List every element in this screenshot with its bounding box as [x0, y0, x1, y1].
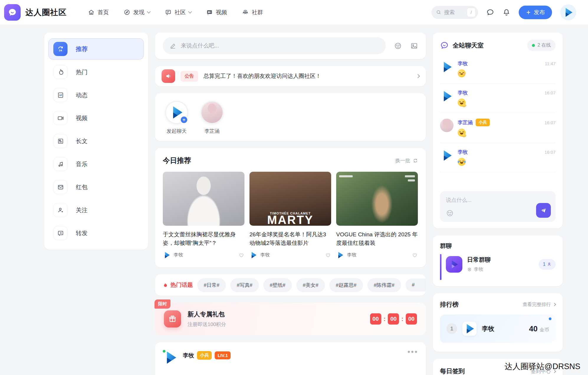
image-upload-icon[interactable]: [410, 42, 418, 50]
nav-discover[interactable]: 发现: [124, 9, 150, 16]
topic-tag[interactable]: #日常#: [197, 278, 226, 292]
recommend-card[interactable]: 于文文蕾丝抹胸裙尽显优雅身姿，却被嘲“胸太平”？ 李牧: [163, 172, 244, 259]
rank-score: 40 金币: [529, 324, 549, 333]
message-avatar[interactable]: [440, 60, 454, 74]
send-message-button[interactable]: [536, 203, 551, 218]
chatroom-input[interactable]: 说点什么...: [440, 191, 556, 222]
topic-tag[interactable]: #: [405, 279, 426, 292]
countdown-separator: :: [384, 316, 386, 322]
post-author-avatar[interactable]: [163, 350, 178, 365]
user-avatar[interactable]: [560, 4, 576, 20]
author-avatar[interactable]: [336, 251, 344, 259]
card-author[interactable]: 李牧: [260, 252, 270, 258]
like-heart-icon[interactable]: [412, 252, 418, 258]
chat-user-item[interactable]: 李芷涵: [201, 101, 224, 135]
topic-tag[interactable]: #壁纸#: [263, 278, 292, 292]
nav-video[interactable]: 视频: [206, 9, 227, 16]
poster-text: TIMOTHÉE CHALAMET MARTY: [249, 212, 331, 224]
message-time: 16:07: [544, 90, 556, 95]
refresh-batch-button[interactable]: 换一批: [395, 157, 418, 164]
sidebar-item-reposts[interactable]: 转发: [48, 222, 144, 244]
messages-button[interactable]: [486, 8, 494, 16]
flame-icon: [162, 282, 168, 288]
recommend-card[interactable]: VOGUE China 评选出的 2025 年度最佳红毯着装 李牧: [336, 172, 418, 259]
bubble-arrow-icon: [53, 226, 68, 240]
post-more-button[interactable]: •••: [408, 350, 418, 354]
article-icon: [53, 134, 68, 148]
card-author[interactable]: 李牧: [174, 252, 183, 258]
gift-texts: 新人专属礼包 注册即送100积分: [188, 310, 226, 328]
publish-button[interactable]: 发布: [519, 6, 552, 19]
message-author[interactable]: 李牧: [458, 149, 468, 155]
message-author[interactable]: 李牧: [458, 89, 468, 96]
site-watermark: 达人圈驿站@DRSNS: [505, 361, 580, 372]
message-author[interactable]: 李牧: [458, 60, 468, 67]
card-footer: 李牧: [249, 251, 331, 259]
brand[interactable]: 达人圈社区: [4, 4, 67, 21]
today-header: 今日推荐 换一批: [163, 156, 418, 165]
topic-tag[interactable]: #赵露思#: [329, 278, 363, 292]
member-count-badge: 1: [539, 259, 556, 270]
group-chat-item[interactable]: 日常群聊 李牧 1: [440, 256, 556, 273]
countdown-hours: 00: [370, 313, 381, 325]
accent-bar: [440, 254, 441, 280]
nav-groups[interactable]: 社群: [242, 9, 263, 16]
author-avatar[interactable]: [163, 251, 171, 259]
topic-tag[interactable]: #美女#: [296, 278, 325, 292]
nav-discover-label: 发现: [133, 9, 144, 16]
sidebar-item-recommended[interactable]: 24 推荐: [48, 38, 144, 60]
like-heart-icon[interactable]: [238, 252, 244, 258]
message-time: 16:07: [544, 150, 556, 155]
newcomer-gift-banner[interactable]: 限时 新人专属礼包 注册即送100积分 00 : 00 : 00: [155, 303, 426, 335]
leaderboard-row[interactable]: 1 李牧 40 金币: [440, 315, 556, 343]
rank-badge: 小兵: [197, 351, 212, 360]
chevron-down-icon: [188, 10, 192, 14]
nav-community[interactable]: 社区: [165, 9, 191, 16]
sidebar-item-redpacket[interactable]: 红包: [48, 176, 144, 198]
message-author[interactable]: 李芷涵: [458, 119, 473, 126]
bell-icon: [502, 8, 510, 16]
like-heart-icon[interactable]: [325, 252, 331, 258]
sidebar-item-moments[interactable]: GIF 动态: [48, 84, 144, 106]
message-body: 李芷涵 小兵 16:07: [458, 119, 556, 138]
post-author-line: 李牧 小兵 LIV.1: [183, 351, 231, 360]
today-cards-row: 于文文蕾丝抹胸裙尽显优雅身姿，却被嘲“胸太平”？ 李牧 TIMOTHÉE CHA…: [163, 172, 418, 259]
user-photo-avatar: [201, 101, 224, 124]
sidebar-item-music[interactable]: 音乐: [48, 153, 144, 175]
member-count: 1: [543, 262, 546, 267]
author-avatar[interactable]: [249, 251, 257, 259]
play-logo-avatar: [563, 7, 574, 18]
message-time: 11:47: [545, 61, 556, 66]
topic-tag[interactable]: #写真#: [230, 278, 259, 292]
search-input[interactable]: 搜索 /: [431, 6, 478, 19]
emoji-picker-icon[interactable]: [394, 42, 402, 50]
announcement-bar[interactable]: 公告 总算完工了！喜欢的朋友欢迎访问达人圈社区！: [155, 66, 426, 86]
post-author-name[interactable]: 李牧: [183, 352, 194, 359]
message-avatar[interactable]: [440, 149, 454, 162]
sidebar-item-articles[interactable]: 长文: [48, 130, 144, 152]
start-chat-button[interactable]: 发起聊天: [165, 101, 188, 135]
card-author[interactable]: 李牧: [347, 252, 357, 258]
group-name: 日常群聊: [467, 256, 491, 264]
countdown-separator: :: [401, 316, 403, 322]
online-status-dot: [162, 349, 166, 353]
group-info: 日常群聊 李牧: [467, 256, 491, 273]
sidebar-item-following[interactable]: 关注: [48, 199, 144, 221]
nav-home[interactable]: 首页: [88, 9, 109, 16]
message-avatar[interactable]: [440, 119, 454, 132]
overlay-text-bar: [405, 175, 415, 177]
recommend-card[interactable]: TIMOTHÉE CHALAMET MARTY 26年金球奖提名名单！阿凡达3动…: [249, 172, 331, 259]
notifications-button[interactable]: [502, 8, 510, 16]
limited-time-badge: 限时: [155, 299, 170, 309]
sidebar-item-video[interactable]: 视频: [48, 107, 144, 129]
emoji-picker-icon[interactable]: [446, 209, 454, 217]
view-full-ranking-label: 查看完整排行: [523, 302, 551, 308]
pencil-icon: [170, 42, 176, 49]
message-avatar[interactable]: [440, 89, 454, 103]
topic-tag[interactable]: #陈伟霆#: [367, 278, 401, 292]
plus-icon: [526, 10, 531, 15]
sidebar-item-hot[interactable]: 热门: [48, 61, 144, 83]
group-owner-name: 李牧: [474, 266, 483, 273]
view-full-ranking-link[interactable]: 查看完整排行: [523, 302, 556, 308]
composer-input[interactable]: 来说点什么吧...: [163, 37, 386, 54]
